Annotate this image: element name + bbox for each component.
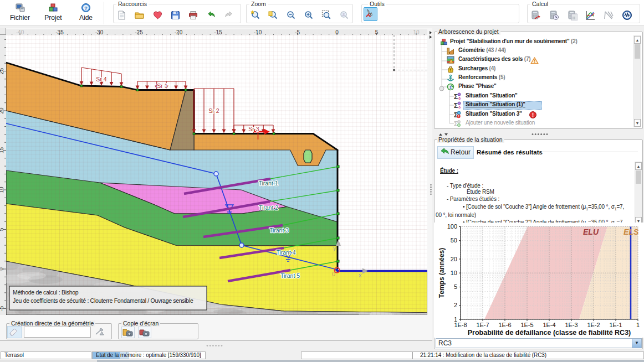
svg-text:Σ: Σ: [454, 93, 458, 100]
svg-text:z: z: [449, 85, 452, 89]
svg-text:10: 10: [0, 187, 4, 193]
svg-text:Sr 4: Sr 4: [96, 76, 106, 82]
svg-text:y: y: [333, 245, 336, 251]
svg-text:Tirant 5: Tirant 5: [280, 272, 300, 279]
svg-text:1: 1: [636, 322, 640, 328]
svg-text:ELS: ELS: [623, 227, 639, 236]
svg-text:!: !: [458, 115, 459, 118]
svg-text:100: 100: [447, 223, 457, 230]
svg-text:Temps (années): Temps (années): [438, 248, 446, 298]
svg-text:1E-5: 1E-5: [520, 322, 533, 328]
svg-text:?: ?: [84, 6, 88, 11]
svg-text:20: 20: [0, 107, 4, 114]
svg-text:50: 50: [451, 237, 457, 244]
svg-text:0: 0: [0, 267, 4, 271]
svg-text:Tirant 4: Tirant 4: [276, 249, 295, 256]
svg-text:δ: δ: [458, 105, 461, 109]
svg-text:1E-7: 1E-7: [476, 322, 489, 328]
svg-text:1E-8: 1E-8: [454, 322, 467, 328]
svg-text:Jeu de coefficients de sécurit: Jeu de coefficients de sécurité : Cloute…: [13, 297, 193, 304]
svg-text:Sr 1: Sr 1: [157, 82, 167, 89]
svg-text:Σ: Σ: [454, 102, 458, 109]
svg-text:Sr 2: Sr 2: [208, 107, 219, 114]
svg-text:25: 25: [0, 68, 4, 75]
svg-text:1E-4: 1E-4: [543, 322, 555, 328]
svg-text:1E-1: 1E-1: [609, 322, 622, 328]
svg-text:δ: δ: [458, 96, 461, 100]
svg-text:!: !: [451, 60, 452, 63]
svg-text:Méthode de calcul : Bishop: Méthode de calcul : Bishop: [13, 289, 79, 296]
svg-text:Σ: Σ: [454, 120, 458, 127]
svg-text:15: 15: [0, 147, 4, 154]
svg-text:5: 5: [454, 283, 457, 290]
svg-text:x: x: [359, 272, 362, 278]
svg-text:20: 20: [451, 256, 457, 262]
svg-text:10: 10: [451, 270, 457, 276]
svg-text:Tirant 3: Tirant 3: [269, 227, 289, 234]
svg-text:5: 5: [0, 227, 4, 231]
svg-text:Tirant 2: Tirant 2: [259, 204, 278, 211]
svg-text:ELU: ELU: [583, 227, 599, 236]
svg-text:2: 2: [454, 302, 457, 308]
svg-text:1E-2: 1E-2: [587, 322, 600, 328]
svg-text:Probabilité de défaillance (cl: Probabilité de défaillance (classe de fi…: [468, 329, 631, 337]
svg-text:Tirant 1: Tirant 1: [258, 180, 278, 187]
svg-text:-5: -5: [0, 306, 4, 311]
svg-text:1E-6: 1E-6: [498, 322, 511, 328]
svg-text:Sr 3: Sr 3: [248, 126, 259, 132]
svg-text:1E-3: 1E-3: [565, 322, 577, 328]
